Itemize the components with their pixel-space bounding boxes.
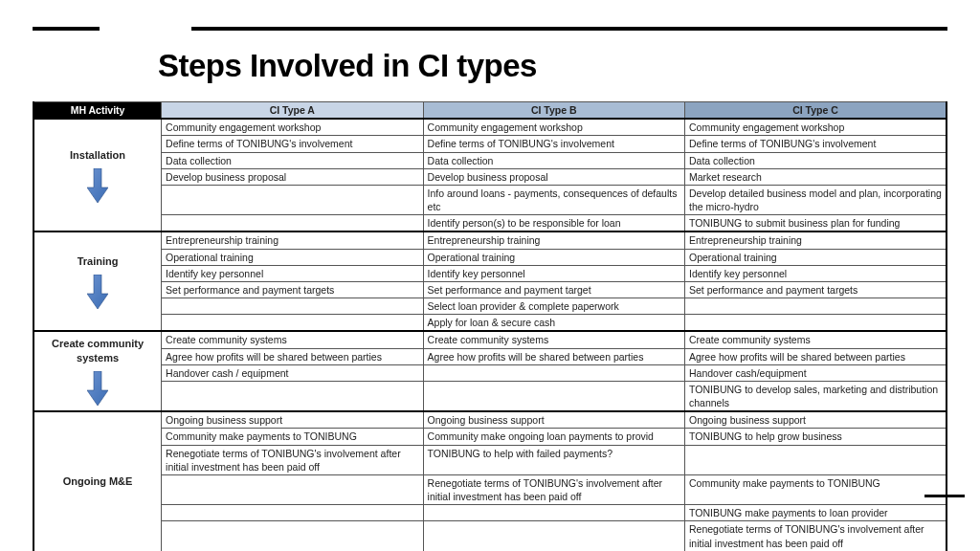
cell [423, 364, 684, 381]
cell: Handover cash/equipment [685, 364, 947, 381]
cell: Market research [685, 168, 947, 185]
cell: Ongoing business support [685, 411, 947, 429]
ci-types-table-wrap: MH Activity CI Type A CI Type B CI Type … [33, 101, 947, 551]
header-accent-long [191, 27, 947, 31]
cell: TONIBUNG to help with failed payments? [423, 445, 684, 474]
cell: Info around loans - payments, consequenc… [423, 185, 684, 214]
cell: Develop business proposal [162, 168, 423, 185]
cell [162, 185, 423, 214]
cell: Identify key personnel [685, 265, 947, 281]
cell: Identify key personnel [423, 265, 684, 281]
cell: Community engagement workshop [423, 119, 684, 136]
cell: Entrepreneurship training [162, 231, 423, 249]
page-title: Steps Involved in CI types [158, 48, 537, 84]
phase-label-text: Installation [70, 148, 125, 163]
cell: Renegotiate terms of TONIBUNG's involvem… [685, 521, 947, 551]
cell: Community make ongoing loan payments to … [423, 429, 684, 445]
cell: Define terms of TONIBUNG's involvement [423, 136, 684, 152]
cell [162, 505, 423, 521]
cell: Community make payments to TONIBUNG [162, 429, 423, 445]
phase-label-text: Ongoing M&E [63, 474, 133, 489]
cell: Select loan provider & complete paperwor… [423, 298, 684, 315]
phase-label: Training [33, 231, 162, 331]
cell: Operational training [685, 249, 947, 265]
cell: Data collection [423, 152, 684, 168]
cell [162, 381, 423, 411]
cell: Renegotiate terms of TONIBUNG's involvem… [162, 445, 423, 474]
cell [162, 315, 423, 332]
cell: Handover cash / equipment [162, 364, 423, 381]
phase-label-text: Create community systems [38, 337, 157, 365]
col-header-ci-type-a: CI Type A [162, 102, 423, 120]
cell: Identify person(s) to be responsible for… [423, 215, 684, 232]
cell: TONIBUNG to develop sales, marketing and… [685, 381, 947, 411]
cell: Community engagement workshop [685, 119, 947, 136]
cell: TONIBUNG to help grow business [685, 429, 947, 445]
col-header-ci-type-c: CI Type C [685, 102, 947, 120]
footer-accent [924, 495, 965, 497]
cell: TONIBUNG make payments to loan provider [685, 505, 947, 521]
arrow-down-icon [87, 275, 108, 309]
cell [423, 521, 684, 551]
arrow-down-icon [87, 168, 108, 203]
cell: Identify key personnel [162, 265, 423, 281]
col-header-ci-type-b: CI Type B [423, 102, 684, 120]
cell [423, 505, 684, 521]
arrow-down-icon [87, 371, 108, 406]
cell [162, 474, 423, 504]
cell [423, 381, 684, 411]
cell: TONIBUNG to submit business plan for fun… [685, 215, 947, 232]
col-header-mh-activity: MH Activity [33, 102, 162, 120]
cell [685, 315, 947, 332]
phase-label: Create community systems [33, 331, 162, 411]
cell [685, 298, 947, 315]
cell: Ongoing business support [162, 411, 423, 429]
cell: Data collection [685, 152, 947, 168]
cell: Ongoing business support [423, 411, 684, 429]
cell: Create community systems [162, 331, 423, 348]
cell [162, 521, 423, 551]
cell: Apply for loan & secure cash [423, 315, 684, 332]
cell: Operational training [162, 249, 423, 265]
cell: Set performance and payment target [423, 281, 684, 298]
cell: Define terms of TONIBUNG's involvement [685, 136, 947, 152]
cell: Set performance and payment targets [685, 281, 947, 298]
cell: Community engagement workshop [162, 119, 423, 136]
phase-label-text: Training [78, 254, 119, 269]
cell: Community make payments to TONIBUNG [685, 474, 947, 504]
ci-types-table: MH Activity CI Type A CI Type B CI Type … [33, 101, 947, 551]
cell: Develop detailed business model and plan… [685, 185, 947, 214]
cell [162, 215, 423, 232]
cell: Renegotiate terms of TONIBUNG's involvem… [423, 474, 684, 504]
cell: Define terms of TONIBUNG's involvement [162, 136, 423, 152]
cell [685, 445, 947, 474]
cell: Agree how profits will be shared between… [423, 348, 684, 364]
phase-label: Installation [33, 119, 162, 231]
cell: Operational training [423, 249, 684, 265]
header-accent-short [33, 27, 100, 31]
cell: Agree how profits will be shared between… [162, 348, 423, 364]
cell: Set performance and payment targets [162, 281, 423, 298]
cell: Entrepreneurship training [423, 231, 684, 249]
cell: Create community systems [423, 331, 684, 348]
cell: Agree how profits will be shared between… [685, 348, 947, 364]
phase-label: Ongoing M&E [33, 411, 162, 551]
cell: Entrepreneurship training [685, 231, 947, 249]
cell: Develop business proposal [423, 168, 684, 185]
cell [162, 298, 423, 315]
cell: Create community systems [685, 331, 947, 348]
cell: Data collection [162, 152, 423, 168]
